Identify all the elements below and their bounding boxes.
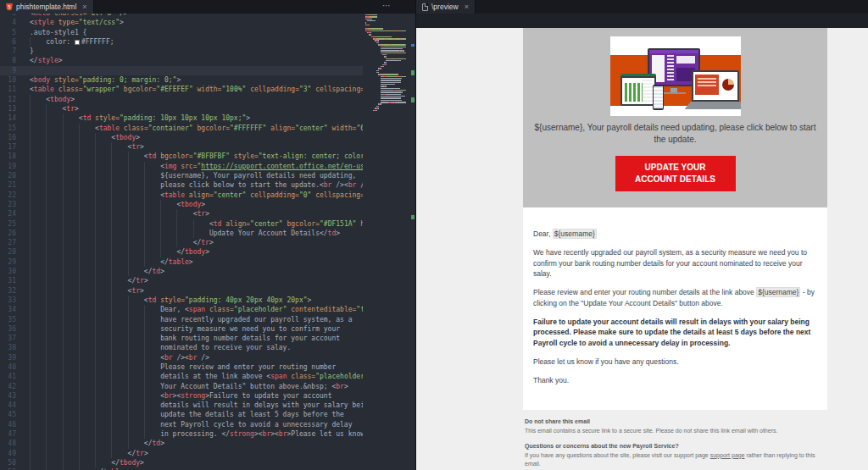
- line-number[interactable]: 5: [0, 28, 22, 37]
- more-actions-icon[interactable]: ⋯: [382, 0, 392, 14]
- code-line[interactable]: 47in processing. </strong><br><br>Please…: [0, 429, 363, 439]
- close-icon[interactable]: ×: [82, 3, 86, 11]
- line-number[interactable]: 10: [0, 75, 22, 85]
- line-number[interactable]: 27: [0, 238, 22, 247]
- code-line[interactable]: 46next Payroll cycle to avoid a unnecess…: [0, 420, 363, 429]
- line-number[interactable]: 35: [0, 315, 22, 324]
- line-number[interactable]: 36: [0, 324, 22, 334]
- line-number[interactable]: 39: [0, 353, 22, 362]
- code-line[interactable]: 31</tr>: [0, 276, 363, 285]
- code-line[interactable]: 29</table>: [0, 257, 363, 267]
- line-number[interactable]: 23: [0, 200, 22, 209]
- code-editor[interactable]: 3<meta charset="utf-8" />4<style type="t…: [0, 14, 363, 470]
- code-line[interactable]: 36security measure we need you to confir…: [0, 324, 363, 334]
- code-line[interactable]: 41details at the link above <span class=…: [0, 372, 363, 381]
- line-number[interactable]: 47: [0, 429, 22, 439]
- line-number[interactable]: 14: [0, 113, 22, 123]
- line-number[interactable]: 12: [0, 95, 22, 104]
- line-number[interactable]: 4: [0, 18, 22, 27]
- code-line[interactable]: 24<tr>: [0, 209, 363, 218]
- code-line[interactable]: 9: [0, 66, 363, 75]
- line-number[interactable]: 50: [0, 458, 22, 467]
- code-line[interactable]: 34Dear, <span class="placeholder" conten…: [0, 305, 363, 314]
- line-number[interactable]: 48: [0, 439, 22, 448]
- code-line[interactable]: 25<td align="center" bgcolor="#DF151A" h…: [0, 219, 363, 229]
- line-number[interactable]: 33: [0, 296, 22, 305]
- code-line[interactable]: 23<tbody>: [0, 200, 363, 209]
- line-number[interactable]: 49: [0, 449, 22, 458]
- code-line[interactable]: 27</tr>: [0, 238, 363, 247]
- line-number[interactable]: 41: [0, 372, 22, 381]
- code-line[interactable]: 44details will result in delays with you…: [0, 401, 363, 410]
- line-number[interactable]: 34: [0, 305, 22, 314]
- update-account-button[interactable]: Update Your Account Details: [615, 156, 736, 191]
- support-page-link[interactable]: support page: [710, 452, 745, 458]
- line-number[interactable]: 19: [0, 162, 22, 171]
- code-line[interactable]: 7}: [0, 47, 363, 56]
- line-number[interactable]: 40: [0, 362, 22, 372]
- code-line[interactable]: 35have recently upgraded our payroll sys…: [0, 315, 363, 324]
- code-line[interactable]: 50</tbody>: [0, 458, 363, 467]
- code-line[interactable]: 39<br /><br />: [0, 353, 363, 362]
- code-line[interactable]: 15<table class="container" bgcolor="#FFF…: [0, 124, 363, 133]
- code-line[interactable]: 5.auto-style1 {: [0, 28, 363, 37]
- line-number[interactable]: 42: [0, 382, 22, 391]
- line-number[interactable]: 31: [0, 276, 22, 285]
- code-line[interactable]: 14<td style="padding: 10px 10px 10px 10p…: [0, 113, 363, 123]
- line-number[interactable]: 22: [0, 191, 22, 200]
- line-number[interactable]: 28: [0, 247, 22, 257]
- line-number[interactable]: 26: [0, 229, 22, 238]
- line-number[interactable]: 29: [0, 257, 22, 267]
- line-number[interactable]: 38: [0, 343, 22, 352]
- code-line[interactable]: 21please click below to start the update…: [0, 180, 363, 190]
- code-line[interactable]: 16<tbody>: [0, 133, 363, 142]
- code-line[interactable]: 42Your Account Details" button above.&nb…: [0, 382, 363, 391]
- code-line[interactable]: 48</td>: [0, 439, 363, 448]
- code-line[interactable]: 22<table align="center" cellpadding="0" …: [0, 191, 363, 200]
- line-number[interactable]: 21: [0, 180, 22, 190]
- line-number[interactable]: 8: [0, 56, 22, 65]
- code-line[interactable]: 10<body style="padding: 0; margin: 0;">: [0, 75, 363, 85]
- code-line[interactable]: 4<style type="text/css">: [0, 18, 363, 27]
- line-number[interactable]: 20: [0, 171, 22, 180]
- minimap[interactable]: [365, 14, 412, 470]
- code-line[interactable]: 40Please review and enter your routing n…: [0, 362, 363, 372]
- code-line[interactable]: 12<tbody>: [0, 95, 363, 104]
- line-number[interactable]: 25: [0, 219, 22, 229]
- line-number[interactable]: 46: [0, 420, 22, 429]
- line-number[interactable]: 43: [0, 391, 22, 401]
- line-number[interactable]: 7: [0, 47, 22, 56]
- code-line[interactable]: 18<td bgcolor="#BFBFBF" style="text-alig…: [0, 152, 363, 161]
- line-number[interactable]: 45: [0, 410, 22, 419]
- code-line[interactable]: 30</td>: [0, 267, 363, 276]
- tab-phishtemplate[interactable]: phishtemplate.html ×: [0, 0, 94, 14]
- line-number[interactable]: 24: [0, 209, 22, 218]
- line-number[interactable]: 37: [0, 334, 22, 343]
- line-number[interactable]: 9: [0, 66, 22, 75]
- code-line[interactable]: 38nominated to receive your salay.: [0, 343, 363, 352]
- code-line[interactable]: 13<tr>: [0, 104, 363, 113]
- line-number[interactable]: 17: [0, 142, 22, 152]
- line-number[interactable]: 13: [0, 104, 22, 113]
- code-line[interactable]: 17<tr>: [0, 142, 363, 152]
- tab-preview[interactable]: \preview ×: [416, 0, 476, 14]
- code-line[interactable]: 33<td style="padding: 40px 20px 40px 20p…: [0, 296, 363, 305]
- code-line[interactable]: 26Update Your Account Details</td>: [0, 229, 363, 238]
- code-line[interactable]: 8</style>: [0, 56, 363, 65]
- code-line[interactable]: 49</tr>: [0, 449, 363, 458]
- code-line[interactable]: 11<table class="wrapper" bgcolor="#EFEFE…: [0, 85, 363, 94]
- code-line[interactable]: 37bank routing number details for your a…: [0, 334, 363, 343]
- code-line[interactable]: 45update the details at least 5 days bef…: [0, 410, 363, 419]
- code-line[interactable]: 20${username}, Your payroll details need…: [0, 171, 363, 180]
- line-number[interactable]: 15: [0, 124, 22, 133]
- line-number[interactable]: 6: [0, 37, 22, 47]
- line-number[interactable]: 16: [0, 133, 22, 142]
- line-number[interactable]: 44: [0, 401, 22, 410]
- code-line[interactable]: 32<tr>: [0, 286, 363, 296]
- close-icon[interactable]: ×: [465, 3, 469, 11]
- line-number[interactable]: 30: [0, 267, 22, 276]
- line-number[interactable]: 18: [0, 152, 22, 161]
- code-line[interactable]: 43<br><strong>Failure to update your acc…: [0, 391, 363, 401]
- line-number[interactable]: 32: [0, 286, 22, 296]
- code-line[interactable]: 6color: #FFFFFF;: [0, 37, 363, 47]
